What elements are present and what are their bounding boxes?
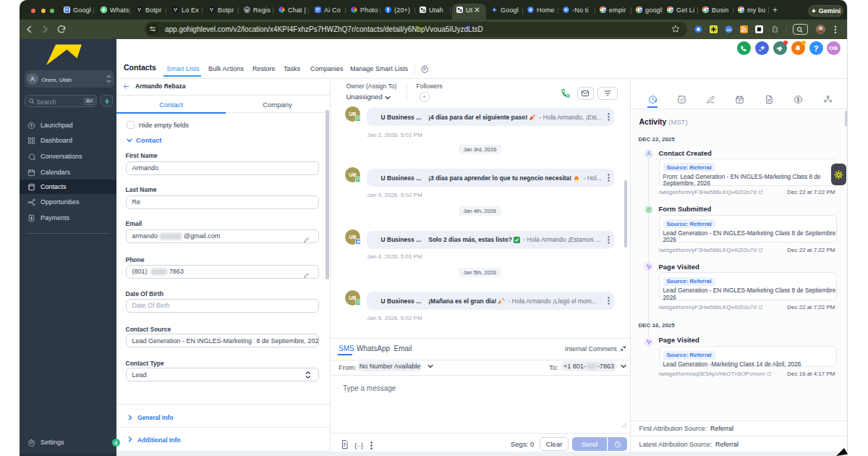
svg-text:zm: zm: [726, 28, 731, 32]
